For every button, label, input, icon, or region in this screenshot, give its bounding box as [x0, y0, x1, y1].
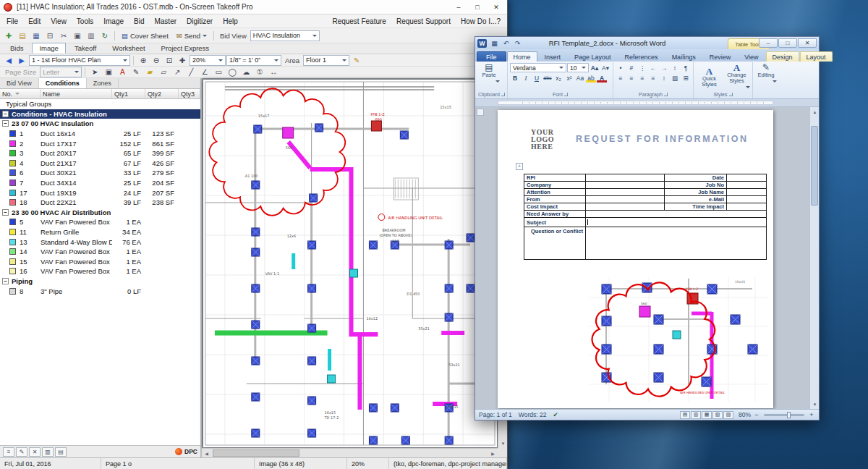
highlighter-icon[interactable]: ▰ [143, 67, 156, 78]
menu-help[interactable]: Help [218, 16, 243, 27]
multilevel-list-icon[interactable]: ⋮ [637, 63, 647, 72]
view-tab-bids[interactable]: Bids [3, 43, 30, 54]
zoom-out-icon[interactable]: − [753, 411, 760, 418]
document-page[interactable]: YOUR LOGO HERE REQUEST FOR INFORMATION +… [498, 110, 773, 408]
pan-icon[interactable]: ✚ [176, 54, 189, 66]
maximize-button[interactable]: □ [468, 1, 487, 13]
zoom-level[interactable]: 80% [739, 411, 751, 418]
prev-page-icon[interactable]: ◀ [2, 54, 15, 66]
close-button[interactable]: ✕ [798, 38, 817, 48]
condition-row[interactable]: 6Duct 30X2133 LF279 SF [0, 168, 200, 178]
menu-how-do-i-[interactable]: How Do I...? [456, 16, 506, 27]
menu-edit[interactable]: Edit [23, 16, 46, 27]
tab-layout[interactable]: Layout [800, 51, 833, 62]
open-folder-icon[interactable]: ▤ [16, 30, 29, 41]
page-size-select[interactable]: Letter [40, 67, 82, 77]
cover-sheet-button[interactable]: ▤ Cover Sheet [118, 30, 172, 41]
condition-row[interactable]: 2Duct 17X17152 LF861 SF [0, 138, 200, 148]
list-layout-icon[interactable]: ≡ [3, 447, 14, 457]
cloud-icon[interactable]: ☁ [239, 67, 252, 78]
tab-references[interactable]: References [618, 51, 665, 62]
group-row[interactable]: −23 07 00 HVAC Insulation [0, 119, 200, 129]
cut-icon[interactable]: ✂ [57, 30, 70, 41]
counter-icon[interactable]: ① [253, 67, 266, 78]
scroll-down-icon[interactable]: ▼ [498, 439, 508, 448]
root-row[interactable]: Typical Groups [0, 99, 200, 109]
collapse-icon[interactable]: − [2, 120, 9, 127]
tab-view[interactable]: View [738, 51, 765, 62]
page-selector[interactable]: 1 - 1st Floor HVAC Plan [29, 55, 130, 66]
dialog-launcher-icon[interactable] [501, 93, 505, 96]
collapse-icon[interactable]: − [2, 111, 9, 117]
edit-condition-icon[interactable]: ✎ [16, 447, 27, 457]
tab-design[interactable]: Design [766, 51, 799, 62]
scroll-up-icon[interactable]: ▲ [810, 107, 819, 117]
scrollbar-thumb[interactable] [811, 126, 818, 206]
document-vertical-scrollbar[interactable]: ▲ ▼ [809, 107, 819, 409]
justify-icon[interactable]: ≡ [648, 73, 658, 83]
panel-tab-bid-view[interactable]: Bid View [0, 78, 39, 88]
menu-tools[interactable]: Tools [72, 16, 98, 27]
tab-page-layout[interactable]: Page Layout [568, 51, 618, 62]
zoom-slider[interactable] [764, 414, 804, 416]
dialog-launcher-icon[interactable] [729, 93, 733, 96]
group-row[interactable]: −Piping [0, 276, 200, 287]
subscript-icon[interactable]: x₂ [553, 73, 563, 83]
field-value[interactable] [586, 182, 665, 188]
eraser-icon[interactable]: ▱ [157, 67, 170, 78]
shading-icon[interactable]: ▧ [670, 73, 680, 83]
minimize-button[interactable]: – [759, 38, 778, 48]
numbering-icon[interactable]: # [626, 63, 637, 72]
tab-review[interactable]: Review [703, 51, 738, 62]
menu-image[interactable]: Image [98, 16, 129, 27]
web-layout-view-icon[interactable]: ▦ [702, 411, 712, 419]
text-icon[interactable]: A [116, 67, 129, 78]
dimension-icon[interactable]: ↔ [267, 67, 280, 78]
zoom-in-icon[interactable]: + [808, 411, 815, 418]
save-icon[interactable]: ▦ [489, 40, 500, 47]
panel-tab-zones[interactable]: Zones [87, 78, 119, 88]
scale-select[interactable]: 1/8" = 1' 0" [226, 55, 281, 66]
field-value[interactable] [586, 174, 665, 181]
menu-bid[interactable]: Bid [129, 16, 149, 27]
condition-row[interactable]: 3Duct 20X1765 LF399 SF [0, 148, 200, 159]
zoom-extents-icon[interactable]: ⊡ [163, 54, 176, 66]
condition-row[interactable]: 4Duct 21X1767 LF426 SF [0, 159, 200, 169]
area-select[interactable]: Floor 1 [303, 55, 349, 66]
condition-row[interactable]: 15VAV Fan Powered Box 1-71 EA [0, 257, 200, 267]
strikethrough-icon[interactable]: abc [542, 73, 553, 83]
font-size-select[interactable]: 10 [567, 63, 589, 72]
arrow-icon[interactable]: ↗ [171, 67, 184, 78]
menu-request-support[interactable]: Request Support [391, 16, 456, 27]
field-value[interactable] [586, 218, 766, 227]
decrease-indent-icon[interactable]: ← [648, 63, 658, 72]
field-value[interactable] [586, 211, 766, 217]
word-icon[interactable]: W [477, 39, 487, 48]
menu-view[interactable]: View [46, 16, 72, 27]
fullscreen-view-icon[interactable]: ▥ [691, 411, 701, 419]
table-move-handle-icon[interactable]: + [516, 163, 523, 170]
bullets-icon[interactable]: • [616, 63, 626, 72]
view-tab-takeoff[interactable]: Takeoff [67, 43, 103, 54]
bold-icon[interactable]: B [510, 73, 520, 83]
field-value[interactable] [586, 203, 665, 210]
plan-canvas[interactable]: 15x1515x17FPB 1-Z690560A1 10012x6VAV 1-1… [202, 78, 507, 457]
rectangle-icon[interactable]: ▭ [212, 67, 225, 78]
polyline-icon[interactable]: ∠ [198, 67, 211, 78]
zoom-in-icon[interactable]: ⊕ [137, 54, 150, 66]
filter-icon[interactable] [15, 93, 20, 97]
text-highlight-icon[interactable]: ab [586, 73, 596, 83]
send-button[interactable]: ✉ Send [173, 30, 210, 41]
tab-mailings[interactable]: Mailings [665, 51, 702, 62]
pilcrow-icon[interactable]: ¶ [681, 63, 691, 72]
borders-icon[interactable]: ⊞ [681, 73, 691, 83]
pen-icon[interactable]: ✎ [129, 67, 142, 78]
field-value[interactable] [586, 189, 665, 195]
annotate-pencil-icon[interactable]: ✎ [350, 54, 363, 66]
tab-insert[interactable]: Insert [538, 51, 568, 62]
close-button[interactable]: ✕ [487, 1, 506, 13]
condition-row[interactable]: 83" Pipe0 LF [0, 286, 200, 296]
image-export-icon[interactable]: ▥ [85, 30, 98, 41]
field-value[interactable] [727, 196, 766, 203]
next-page-icon[interactable]: ▶ [15, 54, 28, 66]
